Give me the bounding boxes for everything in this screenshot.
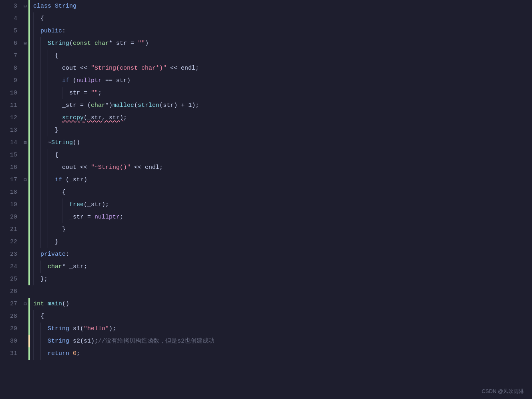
indent-guides — [30, 248, 37, 261]
code-tokens: str = ""; — [66, 87, 532, 99]
code-line: 17⊟if (_str) — [0, 174, 532, 186]
code-line: 18{ — [0, 186, 532, 198]
line-number: 13 — [0, 124, 22, 136]
code-tokens: strcpy(_str, str); — [59, 112, 532, 124]
watermark: CSDN @风吹雨淋 — [482, 388, 524, 395]
line-number: 29 — [0, 323, 22, 335]
code-tokens: free(_str); — [66, 198, 532, 211]
code-line: 6⊟String(const char* str = "") — [0, 37, 532, 50]
line-number: 27 — [0, 298, 22, 310]
code-editor: 3⊟class String4{5public:6⊟String(const c… — [0, 0, 532, 399]
code-line: 31return 0; — [0, 347, 532, 360]
code-line: 15{ — [0, 149, 532, 161]
line-number: 5 — [0, 25, 22, 37]
fold-gutter — [22, 248, 28, 261]
code-tokens: class String — [30, 0, 532, 12]
line-number: 8 — [0, 62, 22, 74]
code-tokens: _str = (char*)malloc(strlen(str) + 1); — [59, 99, 532, 112]
line-number: 22 — [0, 236, 22, 248]
code-tokens: { — [59, 186, 532, 198]
fold-gutter — [22, 310, 28, 323]
line-number: 11 — [0, 99, 22, 112]
code-tokens: if (nullptr == str) — [59, 74, 532, 87]
fold-gutter — [22, 335, 28, 347]
line-number: 12 — [0, 112, 22, 124]
indent-guides — [30, 335, 44, 347]
fold-gutter — [22, 62, 28, 74]
line-number: 14 — [0, 136, 22, 149]
code-line: 23private: — [0, 248, 532, 261]
code-line: 9if (nullptr == str) — [0, 74, 532, 87]
indent-guides — [30, 99, 59, 112]
fold-gutter[interactable]: ⊟ — [22, 298, 28, 310]
code-line: 4{ — [0, 12, 532, 25]
code-tokens: } — [52, 236, 532, 248]
code-tokens: String s1("hello"); — [44, 323, 532, 335]
code-tokens: public: — [37, 25, 532, 37]
fold-gutter[interactable]: ⊟ — [22, 37, 28, 50]
indent-guides — [30, 273, 37, 285]
code-tokens: if (_str) — [52, 174, 532, 186]
indent-guides — [30, 323, 44, 335]
code-tokens: cout << "~String()" << endl; — [59, 161, 532, 174]
code-tokens: _str = nullptr; — [66, 211, 532, 223]
indent-guides — [30, 62, 59, 74]
fold-gutter — [22, 273, 28, 285]
indent-guides — [30, 50, 52, 62]
code-line: 22} — [0, 236, 532, 248]
line-number: 15 — [0, 149, 22, 161]
line-number: 17 — [0, 174, 22, 186]
indent-guides — [30, 124, 52, 136]
line-number: 7 — [0, 50, 22, 62]
fold-gutter[interactable]: ⊟ — [22, 136, 28, 149]
fold-gutter — [22, 12, 28, 25]
line-number: 24 — [0, 261, 22, 273]
code-tokens: String s2(s1);//没有给拷贝构造函数，但是s2也创建成功 — [44, 335, 532, 347]
fold-gutter — [22, 161, 28, 174]
code-line: 16cout << "~String()" << endl; — [0, 161, 532, 174]
fold-gutter — [22, 74, 28, 87]
indent-guides — [30, 136, 44, 149]
indent-guides — [30, 310, 37, 323]
fold-gutter — [22, 347, 28, 360]
indent-guides — [30, 149, 52, 161]
fold-gutter — [22, 223, 28, 236]
fold-gutter — [22, 99, 28, 112]
line-number: 3 — [0, 0, 22, 12]
code-tokens: char* _str; — [44, 261, 532, 273]
code-line: 19free(_str); — [0, 198, 532, 211]
code-line: 5public: — [0, 25, 532, 37]
indent-guides — [30, 161, 59, 174]
line-number: 10 — [0, 87, 22, 99]
line-number: 6 — [0, 37, 22, 50]
code-line: 20_str = nullptr; — [0, 211, 532, 223]
code-line: 11_str = (char*)malloc(strlen(str) + 1); — [0, 99, 532, 112]
fold-gutter — [22, 87, 28, 99]
fold-gutter — [22, 323, 28, 335]
code-line: 12strcpy(_str, str); — [0, 112, 532, 124]
line-number: 9 — [0, 74, 22, 87]
line-number: 31 — [0, 347, 22, 360]
indent-guides — [30, 25, 37, 37]
indent-guides — [30, 74, 59, 87]
code-line: 13} — [0, 124, 532, 136]
code-tokens: } — [52, 124, 532, 136]
code-tokens: cout << "String(const char*)" << endl; — [59, 62, 532, 74]
line-number: 20 — [0, 211, 22, 223]
line-number: 4 — [0, 12, 22, 25]
code-tokens: }; — [37, 273, 532, 285]
code-line: 27⊟int main() — [0, 298, 532, 310]
fold-gutter — [22, 50, 28, 62]
code-tokens: ~String() — [44, 136, 532, 149]
line-number: 21 — [0, 223, 22, 236]
fold-gutter[interactable]: ⊟ — [22, 174, 28, 186]
code-line: 28{ — [0, 310, 532, 323]
line-number: 19 — [0, 198, 22, 211]
fold-gutter[interactable]: ⊟ — [22, 0, 28, 12]
indent-guides — [30, 261, 44, 273]
code-tokens: { — [52, 149, 532, 161]
line-number: 23 — [0, 248, 22, 261]
code-line: 7{ — [0, 50, 532, 62]
fold-gutter — [22, 149, 28, 161]
code-line: 26 — [0, 285, 532, 298]
